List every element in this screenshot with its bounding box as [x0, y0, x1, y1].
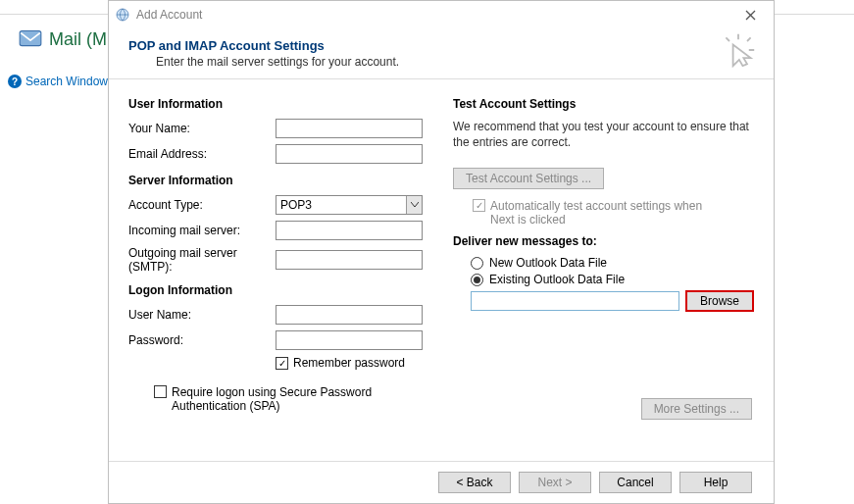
outgoing-input[interactable]	[276, 250, 423, 270]
server-info-heading: Server Information	[128, 174, 429, 187]
account-type-combo[interactable]	[276, 195, 423, 215]
close-icon	[745, 10, 756, 21]
username-label: User Name:	[128, 308, 276, 322]
checkbox-icon: ✓	[154, 385, 167, 398]
logon-info-heading: Logon Information	[128, 283, 429, 297]
bg-app-title: Mail (M	[49, 29, 107, 50]
radio-icon	[471, 257, 483, 270]
dialog-title-text: Add Account	[136, 8, 202, 22]
spa-row[interactable]: ✓ Require logon using Secure Password Au…	[154, 385, 429, 413]
cursor-icon	[721, 32, 756, 68]
globe-icon	[115, 7, 130, 23]
remember-password-row[interactable]: ✓ Remember password	[276, 356, 429, 370]
add-account-dialog: Add Account POP and IMAP Account Setting…	[108, 0, 775, 504]
datafile-path-input[interactable]	[471, 291, 679, 311]
next-button[interactable]: Next >	[519, 472, 591, 493]
radio-icon	[471, 274, 483, 286]
checkbox-icon: ✓	[276, 357, 288, 370]
username-input[interactable]	[276, 305, 423, 325]
spa-label: Require logon using Secure Password Auth…	[172, 385, 427, 413]
back-button[interactable]: < Back	[438, 472, 511, 493]
auto-test-row[interactable]: ✓ Automatically test account settings wh…	[473, 199, 754, 227]
help-button[interactable]: Help	[679, 472, 752, 493]
new-datafile-radio[interactable]: New Outlook Data File	[471, 256, 754, 270]
remember-password-label: Remember password	[293, 356, 405, 370]
svg-rect-0	[20, 30, 41, 45]
existing-datafile-radio[interactable]: Existing Outlook Data File	[471, 273, 754, 286]
existing-datafile-label: Existing Outlook Data File	[489, 273, 625, 286]
new-datafile-label: New Outlook Data File	[489, 256, 607, 270]
password-label: Password:	[128, 333, 276, 347]
email-label: Email Address:	[128, 147, 276, 161]
incoming-input[interactable]	[276, 221, 423, 240]
account-type-label: Account Type:	[128, 198, 276, 212]
outgoing-label: Outgoing mail server (SMTP):	[128, 246, 276, 274]
account-type-value[interactable]	[276, 195, 423, 215]
browse-button[interactable]: Browse	[685, 290, 754, 312]
test-settings-button[interactable]: Test Account Settings ...	[453, 168, 604, 189]
mail-icon	[18, 25, 43, 51]
user-info-heading: User Information	[128, 97, 429, 111]
test-settings-heading: Test Account Settings	[453, 97, 754, 111]
your-name-input[interactable]	[276, 119, 423, 138]
help-icon: ?	[8, 75, 22, 88]
password-input[interactable]	[276, 330, 423, 350]
page-subheading: Enter the mail server settings for your …	[156, 55, 754, 69]
test-settings-text: We recommend that you test your account …	[453, 119, 754, 150]
search-windows-link[interactable]: ? Search Window	[8, 75, 108, 88]
close-button[interactable]	[732, 1, 768, 28]
more-settings-button[interactable]: More Settings ...	[641, 398, 752, 420]
deliver-heading: Deliver new messages to:	[453, 234, 754, 248]
your-name-label: Your Name:	[128, 122, 276, 135]
cancel-button[interactable]: Cancel	[599, 472, 672, 493]
page-heading: POP and IMAP Account Settings	[128, 38, 754, 53]
chevron-down-icon[interactable]	[406, 196, 422, 214]
incoming-label: Incoming mail server:	[128, 224, 276, 237]
checkbox-icon: ✓	[473, 199, 485, 212]
email-input[interactable]	[276, 144, 423, 164]
dialog-titlebar: Add Account	[109, 1, 774, 28]
auto-test-label: Automatically test account settings when…	[490, 199, 716, 227]
search-windows-label: Search Window	[25, 75, 108, 88]
